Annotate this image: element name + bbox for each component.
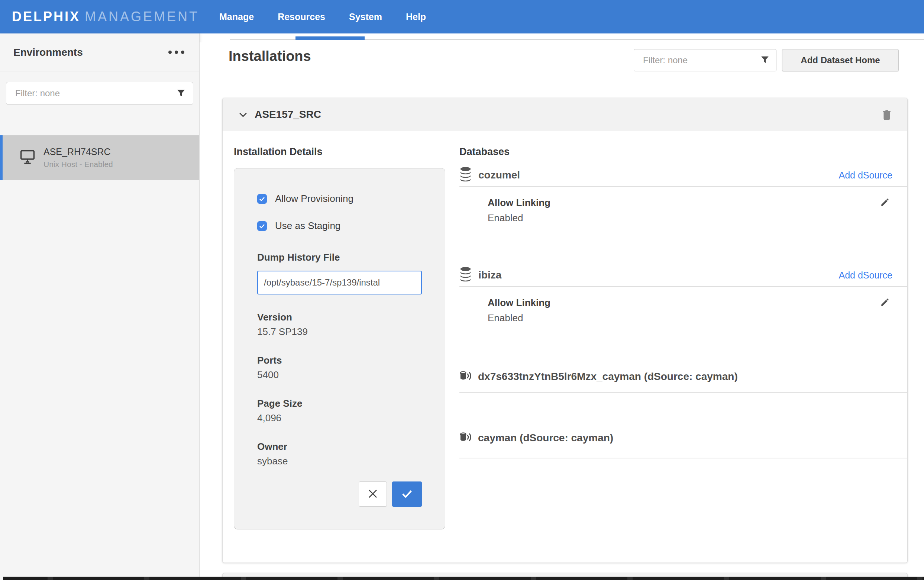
dsource-name: cayman (dSource: cayman) [478, 432, 613, 444]
confirm-button[interactable] [392, 481, 422, 507]
environments-sidebar: Environments ASE_RH74SRC Unix Host - Ena… [0, 33, 200, 580]
dsource-row: dx7s633tnzYtnB5lr6Mzx_cayman (dSource: c… [459, 370, 907, 383]
row-divider [459, 392, 907, 393]
ports-value: 5400 [257, 369, 422, 381]
database-row-ibiza: ibiza Add dSource [459, 266, 907, 284]
ports-field: Ports 5400 [257, 355, 422, 381]
sidebar-title: Environments [13, 46, 83, 58]
database-name: ibiza [478, 269, 501, 281]
dsource-database-icon [459, 432, 472, 444]
allow-linking-value: Enabled [488, 212, 890, 224]
allow-provisioning-label: Allow Provisioning [275, 193, 353, 204]
databases-heading: Databases [459, 146, 907, 158]
close-icon [367, 488, 378, 501]
row-divider [459, 186, 907, 187]
dsource-row: cayman (dSource: cayman) [459, 432, 907, 444]
brand-delphix: DELPHIX [12, 9, 80, 25]
check-icon [401, 488, 413, 501]
host-monitor-icon [20, 150, 35, 166]
edit-pencil-icon[interactable] [880, 297, 890, 309]
background-window-edge [3, 577, 924, 580]
nav-item-manage[interactable]: Manage [219, 12, 254, 22]
allow-provisioning-checkbox[interactable] [257, 194, 267, 204]
version-value: 15.7 SP139 [257, 326, 422, 338]
database-icon [459, 267, 472, 284]
brand-management: MANAGEMENT [85, 9, 199, 25]
allow-linking-block-cozumel: Allow Linking Enabled [459, 197, 907, 224]
installation-name: ASE157_SRC [255, 109, 321, 120]
allow-linking-label: Allow Linking [488, 297, 890, 308]
owner-field: Owner sybase [257, 441, 422, 467]
filter-funnel-icon [761, 56, 769, 66]
delphix-management-app: DELPHIX MANAGEMENT Manage Resources Syst… [0, 0, 924, 580]
installation-card-header: ASE157_SRC [223, 98, 907, 131]
environment-subtitle: Unix Host - Enabled [43, 160, 113, 169]
chevron-down-icon[interactable] [237, 109, 249, 120]
allow-linking-value: Enabled [488, 312, 890, 324]
database-row-cozumel: cozumel Add dSource [459, 166, 907, 185]
trash-icon[interactable] [881, 109, 893, 120]
database-name: cozumel [478, 169, 520, 181]
ellipsis-menu-icon[interactable] [168, 48, 184, 57]
dump-history-file-label: Dump History File [257, 252, 422, 263]
sidebar-header: Environments [0, 33, 199, 71]
owner-label: Owner [257, 441, 422, 453]
allow-linking-block-ibiza: Allow Linking Enabled [459, 297, 907, 324]
row-divider [459, 286, 907, 287]
allow-provisioning-row: Allow Provisioning [257, 193, 422, 204]
page-title: Installations [229, 48, 311, 64]
main-content: Installations Add Dataset Home ASE157_SR… [200, 42, 924, 580]
page-size-field: Page Size 4,096 [257, 398, 422, 424]
dump-history-file-input[interactable] [257, 271, 422, 295]
database-icon [459, 166, 472, 184]
tab-strip [200, 33, 924, 42]
databases-column: Databases cozumel Add dSource [459, 131, 907, 458]
edit-pencil-icon[interactable] [880, 197, 890, 209]
installations-filter-input[interactable] [634, 49, 776, 71]
page-size-label: Page Size [257, 398, 422, 409]
page-header-controls: Add Dataset Home [634, 49, 899, 71]
installation-details-panel: Allow Provisioning Use as Staging Dump H… [234, 168, 445, 529]
filter-funnel-icon [177, 89, 185, 99]
brand-logo: DELPHIX MANAGEMENT [12, 9, 199, 25]
active-tab-indicator [296, 36, 365, 40]
sidebar-filter-input[interactable] [6, 82, 193, 105]
environment-name: ASE_RH74SRC [43, 147, 113, 157]
add-dsource-link[interactable]: Add dSource [839, 270, 893, 281]
top-bar: DELPHIX MANAGEMENT Manage Resources Syst… [0, 0, 924, 33]
nav-item-help[interactable]: Help [406, 12, 426, 22]
version-label: Version [257, 311, 422, 323]
installation-details-column: Installation Details Allow Provisioning [234, 131, 457, 529]
top-nav: Manage Resources System Help [219, 12, 426, 22]
cancel-button[interactable] [358, 481, 387, 507]
row-divider [459, 458, 907, 458]
use-as-staging-row: Use as Staging [257, 220, 422, 232]
installation-card: ASE157_SRC Installation Details [222, 98, 908, 563]
environment-item-texts: ASE_RH74SRC Unix Host - Enabled [43, 147, 113, 169]
dsource-database-icon [459, 370, 472, 383]
use-as-staging-label: Use as Staging [275, 220, 340, 232]
installation-card-body: Installation Details Allow Provisioning [223, 131, 907, 563]
page-size-value: 4,096 [257, 412, 422, 424]
environment-list-item[interactable]: ASE_RH74SRC Unix Host - Enabled [0, 135, 199, 180]
details-panel-actions [358, 481, 422, 507]
nav-item-resources[interactable]: Resources [278, 12, 325, 22]
dsource-name: dx7s633tnzYtnB5lr6Mzx_cayman (dSource: c… [478, 371, 738, 382]
add-dsource-link[interactable]: Add dSource [839, 170, 893, 181]
owner-value: sybase [257, 455, 422, 467]
sidebar-filter [6, 82, 193, 105]
nav-item-system[interactable]: System [349, 12, 382, 22]
installations-filter [634, 49, 776, 71]
allow-linking-label: Allow Linking [488, 197, 890, 209]
version-field: Version 15.7 SP139 [257, 311, 422, 338]
add-dataset-home-button[interactable]: Add Dataset Home [782, 49, 899, 71]
ports-label: Ports [257, 355, 422, 366]
use-as-staging-checkbox[interactable] [257, 221, 267, 231]
installation-details-heading: Installation Details [234, 146, 457, 158]
